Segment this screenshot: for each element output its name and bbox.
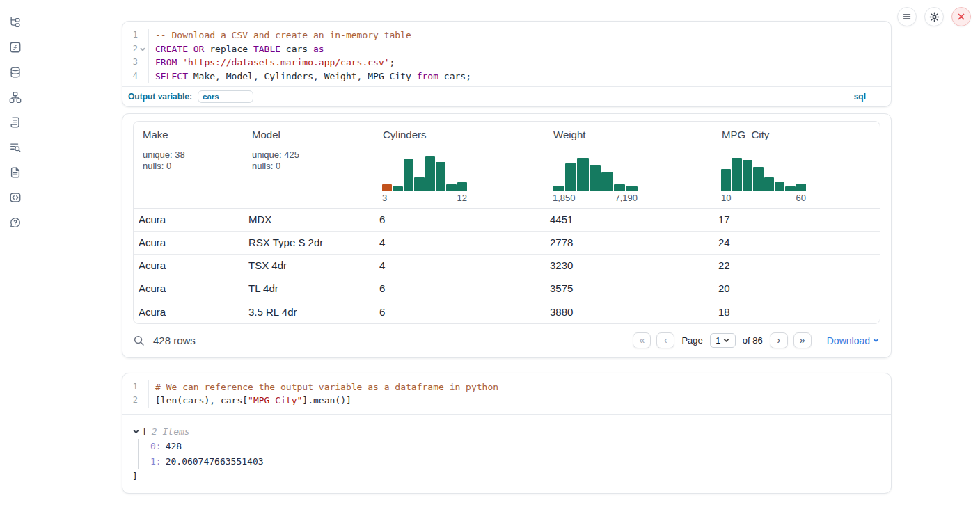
sql-cell-footer: Output variable: sql — [122, 86, 891, 106]
column-header-make[interactable]: Makeunique: 38nulls: 0 — [134, 122, 243, 208]
chevron-down-icon — [873, 337, 879, 344]
first-page-button[interactable]: « — [633, 332, 651, 348]
table-cell: 3575 — [544, 282, 713, 294]
hamburger-icon — [902, 12, 912, 22]
python-code-editor[interactable]: 1# We can reference the output variable … — [122, 373, 891, 414]
histogram-axis: 1060 — [721, 193, 806, 203]
column-header-cylinders[interactable]: Cylinders312 — [374, 122, 544, 208]
histogram-bar — [626, 186, 638, 191]
table-row[interactable]: AcuraTL 4dr6357520 — [134, 277, 880, 300]
histogram-bar — [764, 177, 774, 191]
list-close-bracket: ] — [132, 469, 881, 483]
column-stats: unique: 425nulls: 0 — [252, 150, 371, 172]
sidebar-panel-toolbar — [0, 0, 31, 507]
search-icon[interactable] — [133, 335, 145, 346]
notebook-actions — [897, 7, 971, 26]
function-square-icon[interactable] — [9, 41, 22, 54]
histogram-bar — [590, 165, 601, 191]
help-circle-icon[interactable] — [9, 216, 22, 229]
entry-value: 428 — [166, 441, 182, 451]
table-row[interactable]: AcuraTSX 4dr4323022 — [134, 255, 880, 277]
table-cell: 6 — [374, 282, 544, 294]
sql-output-card: Makeunique: 38nulls: 0Modelunique: 425nu… — [122, 113, 892, 358]
table-cell: 4 — [374, 236, 544, 248]
table-cell: 22 — [713, 259, 880, 271]
code-line[interactable]: 2CREATE OR replace TABLE cars as — [122, 42, 891, 56]
code-line[interactable]: 1# We can reference the output variable … — [122, 380, 891, 394]
column-header-model[interactable]: Modelunique: 425nulls: 0 — [243, 122, 374, 208]
line-number-gutter: 4 — [122, 70, 149, 83]
database-icon[interactable] — [9, 66, 22, 79]
entry-index: 1: — [150, 456, 161, 467]
shutdown-button[interactable] — [951, 7, 971, 26]
column-header-weight[interactable]: Weight1,8507,190 — [544, 122, 713, 208]
table-cell: 6 — [374, 306, 544, 318]
line-number-gutter: 1 — [122, 29, 149, 42]
column-histogram[interactable]: 1060 — [721, 155, 806, 203]
tree-collapse-chevron-icon[interactable] — [132, 428, 140, 435]
sql-cell: 1-- Download a CSV and create an in-memo… — [122, 21, 892, 107]
menu-button[interactable] — [897, 7, 917, 26]
table-cell: Acura — [134, 306, 243, 318]
code-line[interactable]: 1-- Download a CSV and create an in-memo… — [122, 29, 891, 42]
histogram-bar — [614, 184, 626, 191]
page-label: Page — [681, 335, 702, 346]
page-number-select[interactable]: 1 — [710, 333, 736, 348]
file-text-icon[interactable] — [9, 166, 22, 179]
histogram-bar — [425, 156, 435, 191]
histogram-bar — [404, 159, 413, 191]
settings-button[interactable] — [924, 7, 944, 26]
download-button[interactable]: Download — [827, 335, 879, 346]
table-body: AcuraMDX6445117AcuraRSX Type S 2dr427782… — [134, 209, 880, 323]
table-cell: 20 — [713, 282, 880, 294]
prev-page-button[interactable]: ‹ — [656, 332, 674, 348]
next-page-button[interactable]: › — [770, 332, 788, 348]
close-icon — [957, 13, 965, 21]
code-text: CREATE OR replace TABLE cars as — [149, 42, 324, 56]
output-variable-input[interactable] — [198, 90, 253, 103]
table-cell: RSX Type S 2dr — [243, 236, 374, 248]
table-cell: 6 — [374, 214, 544, 225]
text-search-icon[interactable] — [9, 141, 22, 154]
last-page-button[interactable]: » — [793, 332, 812, 348]
list-entries: 0:4281:20.060747663551403 — [138, 439, 881, 469]
gear-icon — [929, 12, 940, 22]
histogram-bar — [743, 160, 752, 191]
code-line[interactable]: 4SELECT Make, Model, Cylinders, Weight, … — [122, 70, 891, 83]
table-cell: Acura — [134, 236, 243, 248]
list-open-bracket: [ — [142, 426, 148, 437]
code-line[interactable]: 3FROM 'https://datasets.marimo.app/cars.… — [122, 56, 891, 70]
code-line[interactable]: 2[len(cars), cars["MPG_City"].mean()] — [122, 394, 891, 408]
data-table: Makeunique: 38nulls: 0Modelunique: 425nu… — [133, 121, 880, 324]
line-number-gutter: 1 — [122, 380, 149, 394]
table-cell: MDX — [243, 214, 374, 225]
histogram-axis: 312 — [382, 193, 467, 203]
language-badge[interactable]: sql — [854, 92, 866, 102]
file-tree-icon[interactable] — [9, 16, 22, 29]
code-snippet-icon[interactable] — [9, 191, 22, 204]
table-cell: 3.5 RL 4dr — [243, 306, 374, 318]
histogram-bar — [414, 177, 424, 191]
histogram-bar — [601, 172, 613, 191]
table-cell: Acura — [134, 259, 243, 271]
column-histogram[interactable]: 312 — [382, 155, 467, 203]
table-cell: 17 — [713, 214, 880, 225]
list-entry: 1:20.060747663551403 — [150, 454, 881, 469]
network-icon[interactable] — [9, 91, 22, 104]
pagination-controls: « ‹ Page 1 of 86 › » Download — [633, 332, 879, 348]
table-cell: 18 — [713, 306, 880, 318]
histogram-bar — [382, 184, 392, 191]
histogram-bar — [565, 163, 577, 191]
entry-index: 0: — [150, 441, 161, 451]
column-header-mpg_city[interactable]: MPG_City1060 — [713, 122, 880, 208]
column-histogram[interactable]: 1,8507,190 — [553, 155, 638, 203]
table-row[interactable]: AcuraRSX Type S 2dr4277824 — [134, 232, 880, 255]
code-text: FROM 'https://datasets.marimo.app/cars.c… — [149, 56, 395, 70]
table-row[interactable]: Acura3.5 RL 4dr6388018 — [134, 300, 880, 323]
histogram-bar — [785, 186, 795, 191]
column-name: Weight — [553, 129, 710, 140]
scroll-icon[interactable] — [9, 116, 22, 129]
fold-chevron-icon[interactable] — [138, 47, 148, 52]
table-row[interactable]: AcuraMDX6445117 — [134, 209, 880, 232]
sql-code-editor[interactable]: 1-- Download a CSV and create an in-memo… — [122, 22, 891, 86]
